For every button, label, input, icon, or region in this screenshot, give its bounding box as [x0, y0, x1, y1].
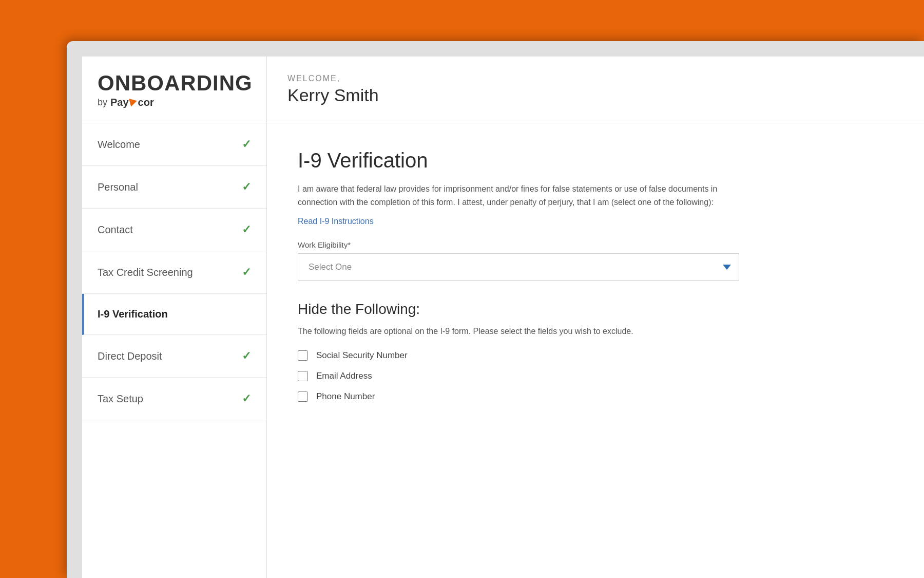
checkbox-email[interactable] — [298, 371, 308, 381]
check-icon-tax-setup: ✓ — [242, 392, 251, 405]
app-container: ONBOARDING by Paycor WELCOME, Kerry Smit… — [82, 57, 924, 578]
work-eligibility-select-wrapper: Select One — [298, 253, 739, 281]
instructions-link[interactable]: Read I-9 Instructions — [298, 217, 374, 226]
sidebar-item-tax-credit-screening[interactable]: Tax Credit Screening ✓ — [82, 251, 266, 294]
browser-chrome: ONBOARDING by Paycor WELCOME, Kerry Smit… — [67, 41, 924, 578]
section-description: I am aware that federal law provides for… — [298, 182, 739, 209]
check-icon-welcome: ✓ — [242, 138, 251, 151]
checkbox-label-phone: Phone Number — [316, 391, 375, 402]
logo-by-paycor: by Paycor — [98, 97, 154, 108]
check-icon-personal: ✓ — [242, 180, 251, 194]
main-layout: Welcome ✓ Personal ✓ Contact ✓ Tax Credi… — [82, 123, 924, 578]
sidebar-item-tax-setup[interactable]: Tax Setup ✓ — [82, 378, 266, 420]
hide-following-description: The following fields are optional on the… — [298, 325, 739, 338]
sidebar-item-contact[interactable]: Contact ✓ — [82, 209, 266, 251]
content-area: I-9 Verification I am aware that federal… — [267, 123, 924, 578]
checkbox-item-ssn: Social Security Number — [298, 350, 893, 361]
checkbox-label-email: Email Address — [316, 371, 372, 381]
logo-brand-text: Paycor — [110, 97, 154, 108]
check-icon-direct-deposit: ✓ — [242, 349, 251, 363]
checkbox-ssn[interactable] — [298, 350, 308, 361]
paycor-arrow-icon — [129, 97, 138, 106]
header: ONBOARDING by Paycor WELCOME, Kerry Smit… — [82, 57, 924, 123]
sidebar-item-personal[interactable]: Personal ✓ — [82, 166, 266, 209]
check-icon-tax-credit: ✓ — [242, 266, 251, 279]
sidebar-item-label-welcome: Welcome — [98, 139, 140, 151]
check-icon-contact: ✓ — [242, 223, 251, 236]
logo-onboarding-text: ONBOARDING — [98, 71, 253, 96]
welcome-name: Kerry Smith — [287, 85, 379, 105]
checkbox-phone[interactable] — [298, 391, 308, 402]
sidebar-item-label-personal: Personal — [98, 181, 138, 193]
sidebar-item-label-tax-setup: Tax Setup — [98, 393, 143, 405]
welcome-label: WELCOME, — [287, 74, 379, 83]
sidebar-item-welcome[interactable]: Welcome ✓ — [82, 123, 266, 166]
sidebar-item-label-direct-deposit: Direct Deposit — [98, 350, 162, 362]
work-eligibility-select[interactable]: Select One — [298, 253, 739, 281]
section-title: I-9 Verification — [298, 149, 893, 172]
sidebar: Welcome ✓ Personal ✓ Contact ✓ Tax Credi… — [82, 123, 267, 578]
sidebar-item-direct-deposit[interactable]: Direct Deposit ✓ — [82, 335, 266, 378]
sidebar-item-i9-verification[interactable]: I-9 Verification — [82, 294, 266, 335]
sidebar-item-label-i9: I-9 Verification — [98, 308, 168, 320]
checkbox-label-ssn: Social Security Number — [316, 350, 408, 361]
work-eligibility-label: Work Eligibility* — [298, 240, 893, 249]
sidebar-item-label-tax-credit: Tax Credit Screening — [98, 267, 193, 278]
sidebar-item-label-contact: Contact — [98, 224, 133, 236]
header-logo: ONBOARDING by Paycor — [82, 57, 267, 123]
hide-following-title: Hide the Following: — [298, 301, 893, 318]
checkbox-item-email: Email Address — [298, 371, 893, 381]
header-welcome: WELCOME, Kerry Smith — [267, 57, 399, 123]
checkbox-item-phone: Phone Number — [298, 391, 893, 402]
logo-by-text: by — [98, 97, 107, 108]
